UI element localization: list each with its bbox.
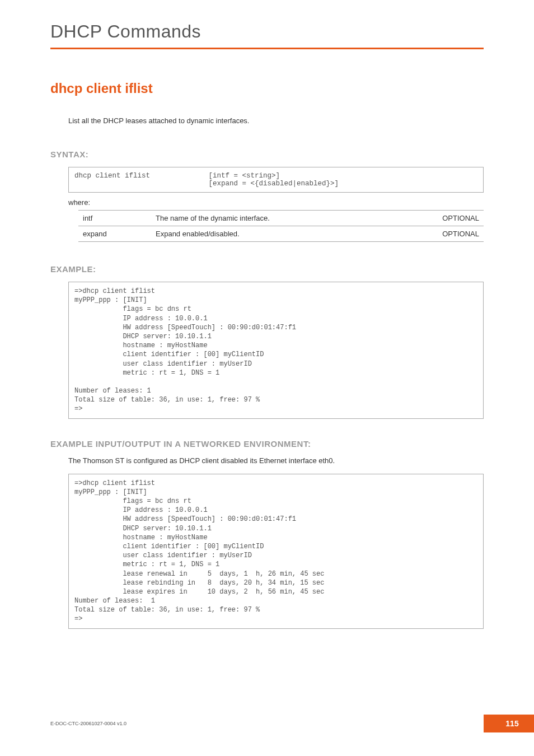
where-label: where: xyxy=(68,198,484,207)
env-code-block: =>dhcp client iflist myPPP_ppp : [INIT] … xyxy=(68,474,484,629)
example-code-block: =>dhcp client iflist myPPP_ppp : [INIT] … xyxy=(68,282,484,419)
syntax-table: dhcp client iflist [intf = <string>] [ex… xyxy=(68,167,484,193)
param-name: intf xyxy=(78,211,151,226)
table-row: intf The name of the dynamic interface. … xyxy=(78,211,484,226)
syntax-command: dhcp client iflist xyxy=(69,167,203,193)
table-row: expand Expand enabled/disabled. OPTIONAL xyxy=(78,226,484,242)
syntax-heading: SYNTAX: xyxy=(50,150,484,159)
page-footer: E-DOC-CTC-20061027-0004 v1.0 115 xyxy=(50,715,534,732)
syntax-args: [intf = <string>] [expand = <{disabled|e… xyxy=(203,167,484,193)
param-optional: OPTIONAL xyxy=(422,211,484,226)
param-desc: The name of the dynamic interface. xyxy=(151,211,422,226)
param-optional: OPTIONAL xyxy=(422,226,484,242)
header-rule xyxy=(50,48,484,49)
footer-doc-id: E-DOC-CTC-20061027-0004 v1.0 xyxy=(50,721,127,726)
param-name: expand xyxy=(78,226,151,242)
page-number: 115 xyxy=(484,715,534,732)
command-title: dhcp client iflist xyxy=(50,81,484,96)
chapter-title: DHCP Commands xyxy=(50,21,484,42)
env-note: The Thomson ST is configured as DHCP cli… xyxy=(68,456,484,465)
command-description: List all the DHCP leases attached to dyn… xyxy=(68,116,484,125)
example-heading: EXAMPLE: xyxy=(50,264,484,274)
env-heading: EXAMPLE INPUT/OUTPUT IN A NETWORKED ENVI… xyxy=(50,439,484,449)
param-desc: Expand enabled/disabled. xyxy=(151,226,422,242)
params-table: intf The name of the dynamic interface. … xyxy=(78,210,484,242)
